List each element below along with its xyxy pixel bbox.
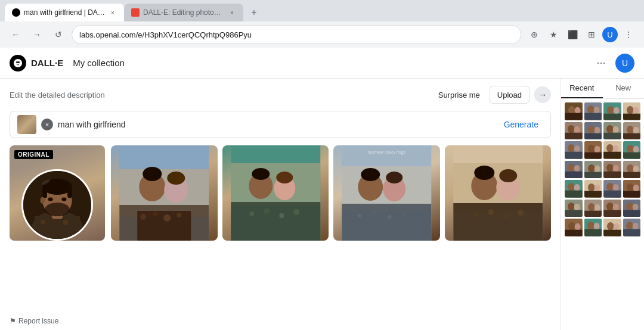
sidebar-thumbnail[interactable] (584, 200, 602, 217)
sidebar-thumbnail[interactable] (623, 219, 641, 236)
browser-tab-active[interactable]: man with girlfriend | DALL-E × (5, 4, 124, 21)
cast-icon[interactable]: ⊕ (526, 26, 543, 43)
sidebar-thumbnail[interactable] (603, 161, 621, 179)
svg-point-26 (140, 214, 146, 220)
collection-name: My collection (73, 58, 125, 68)
svg-point-48 (358, 214, 361, 217)
tab-close-2[interactable]: × (228, 8, 236, 17)
svg-point-149 (594, 204, 600, 211)
sidebar-thumbnail[interactable] (584, 161, 602, 179)
svg-point-77 (633, 107, 639, 114)
svg-point-28 (163, 214, 171, 222)
new-tab-button[interactable]: + (246, 4, 262, 21)
svg-rect-166 (584, 229, 602, 236)
original-label: ORIGINAL (14, 150, 53, 159)
url-bar[interactable]: labs.openai.com/e/H3phXV1cerQCQrhtpQ986P… (72, 25, 521, 44)
svg-point-5 (63, 220, 69, 226)
sidebar-thumbnail[interactable] (565, 180, 583, 198)
tab-new[interactable]: New (603, 79, 645, 98)
back-button[interactable]: ← (7, 26, 24, 43)
tab-title-1: man with girlfriend | DALL-E (24, 8, 105, 17)
svg-point-72 (607, 106, 614, 114)
svg-point-96 (568, 144, 575, 152)
sidebar-thumbnail[interactable] (623, 102, 641, 120)
svg-point-85 (594, 126, 600, 133)
generated-image-4[interactable] (445, 145, 552, 241)
sidebar-thumbnail[interactable] (565, 219, 583, 236)
sidebar-thumbnail[interactable] (565, 102, 583, 120)
sidebar-thumbnail[interactable] (584, 180, 602, 198)
sidebar-thumbnail[interactable] (584, 141, 602, 159)
browser-tab-inactive[interactable]: DALL-E: Editing photos with face... × (124, 4, 243, 21)
url-text: labs.openai.com/e/H3phXV1cerQCQrhtpQ986P… (79, 30, 252, 39)
profile-extensions-icon[interactable]: ⊞ (583, 26, 600, 43)
svg-rect-86 (584, 133, 602, 139)
tab-favicon-2 (131, 8, 140, 17)
sidebar-thumbnail[interactable] (603, 122, 621, 140)
sidebar-thumbnail[interactable] (565, 200, 583, 217)
sidebar-thumbnail[interactable] (565, 141, 583, 159)
upload-button[interactable]: Upload (490, 86, 530, 104)
sidebar-thumbnail[interactable] (603, 180, 621, 198)
sidebar-thumbnail[interactable] (623, 200, 641, 217)
upload-arrow-button[interactable]: → (534, 86, 551, 103)
tab-title-2: DALL-E: Editing photos with face... (143, 8, 224, 17)
browser-actions: ⊕ ★ ⬛ ⊞ U ⋮ (526, 26, 637, 43)
generated-image-1[interactable] (111, 145, 218, 241)
sidebar-thumbnail[interactable] (623, 141, 641, 159)
generated-image-3[interactable]: поетом поиск rings (333, 145, 440, 241)
sidebar-thumbnail[interactable] (584, 102, 602, 120)
svg-point-3 (41, 220, 45, 225)
sidebar-thumbnail[interactable] (565, 122, 583, 140)
svg-point-69 (593, 107, 599, 114)
svg-rect-110 (623, 152, 641, 159)
sidebar-thumbnail[interactable] (584, 219, 602, 236)
prompt-input[interactable] (58, 120, 494, 129)
main-layout: Edit the detailed description Surprise m… (0, 79, 644, 330)
sidebar-thumbnail[interactable] (565, 161, 583, 179)
svg-rect-94 (623, 133, 641, 139)
sidebar-thumbnail[interactable] (623, 161, 641, 179)
thumbnail-image (17, 115, 36, 134)
more-options-button[interactable]: ··· (592, 54, 611, 73)
svg-point-64 (568, 106, 575, 114)
svg-point-124 (626, 164, 633, 172)
svg-point-23 (167, 172, 185, 185)
svg-rect-58 (453, 203, 543, 241)
reload-button[interactable]: ↺ (50, 26, 67, 43)
input-row: × Generate (10, 111, 551, 138)
generated-image-2[interactable] (222, 145, 329, 241)
sidebar-thumbnail[interactable] (603, 200, 621, 217)
svg-point-104 (606, 144, 614, 152)
tab-recent[interactable]: Recent (561, 79, 603, 98)
original-card: ORIGINAL (10, 145, 111, 241)
sidebar-row (565, 200, 640, 217)
bookmark-icon[interactable]: ★ (545, 26, 562, 43)
user-avatar[interactable]: U (615, 54, 634, 73)
sidebar-thumbnail[interactable] (603, 219, 621, 236)
report-issue-link[interactable]: ⚑ Report issue (0, 312, 561, 330)
tab-close-1[interactable]: × (109, 8, 117, 17)
remove-image-button[interactable]: × (41, 119, 53, 130)
svg-point-33 (252, 168, 270, 180)
svg-point-84 (587, 125, 595, 133)
menu-icon[interactable]: ⋮ (620, 26, 637, 43)
surprise-me-button[interactable]: Surprise me (434, 88, 485, 102)
sidebar-thumbnail[interactable] (584, 122, 602, 140)
svg-point-57 (499, 169, 517, 182)
svg-rect-162 (565, 230, 583, 236)
extension-icon[interactable]: ⬛ (564, 26, 581, 43)
report-icon: ⚑ (10, 317, 16, 325)
forward-button[interactable]: → (29, 26, 45, 43)
app-container: DALL·E My collection ··· U Edit the deta… (0, 48, 644, 330)
sidebar-thumbnail[interactable] (623, 122, 641, 140)
generate-button[interactable]: Generate (499, 117, 543, 132)
sidebar-thumbnail[interactable] (623, 180, 641, 198)
svg-point-120 (606, 163, 614, 172)
sidebar-thumbnail[interactable] (603, 141, 621, 159)
sidebar-row (565, 141, 640, 159)
profile-button[interactable]: U (602, 27, 618, 42)
sidebar-thumbnail[interactable] (603, 102, 621, 120)
svg-rect-78 (623, 114, 641, 120)
svg-point-55 (474, 166, 494, 180)
